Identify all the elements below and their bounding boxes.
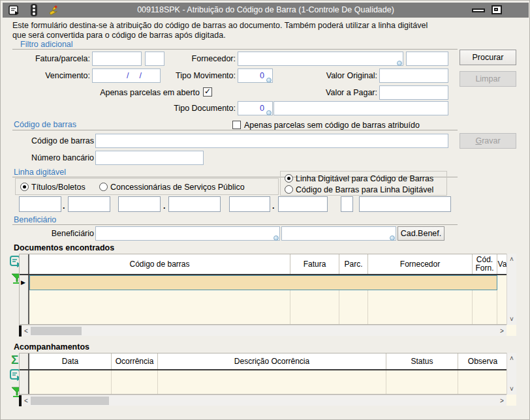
- col-codigo-de-barras[interactable]: Código de barras: [29, 254, 290, 274]
- table-row-selected[interactable]: ▶: [20, 275, 516, 290]
- scroll-right-icon[interactable]: ˃: [497, 396, 507, 406]
- scrollbar-thumb[interactable]: [31, 327, 82, 335]
- linha-para-codigo-radio[interactable]: [285, 174, 293, 183]
- col-descricao-ocorrencia[interactable]: Descrição Ocorrência: [158, 353, 386, 369]
- form-description-line2: que será convertida para o código de bar…: [12, 31, 226, 40]
- linha-segmento-2-input[interactable]: [68, 196, 110, 212]
- acompanhamentos-horizontal-scrollbar[interactable]: ˂ ˃: [19, 395, 507, 406]
- codigo-de-barras-input[interactable]: [95, 134, 448, 148]
- scroll-right-icon[interactable]: ˃: [497, 326, 507, 336]
- linha-segmento-final-input[interactable]: [359, 196, 451, 212]
- acompanhamentos-grid: Data Ocorrência Descrição Ocorrência Sta…: [19, 353, 516, 395]
- apenas-em-aberto-label: Apenas parcelas em aberto: [63, 85, 200, 100]
- segment-dot: .: [272, 199, 274, 213]
- divider-beneficiario: [12, 224, 458, 225]
- beneficiario-nome-input[interactable]: [95, 226, 280, 241]
- segment-dot: .: [163, 199, 165, 213]
- fatura-input[interactable]: [92, 52, 142, 66]
- linha-digito-verificador-input[interactable]: [341, 196, 353, 212]
- exit-icon[interactable]: [8, 4, 21, 16]
- col-cod-forn[interactable]: Cód. Forn.: [473, 254, 497, 274]
- codigo-para-linha-radio[interactable]: [285, 185, 293, 194]
- window-title: 009118SPK - Atribuição do Código de Barr…: [3, 3, 529, 18]
- tools-wrench-icon[interactable]: [46, 4, 59, 16]
- acompanhamentos-vertical-scrollbar[interactable]: ˄ ˅: [507, 353, 516, 395]
- current-row-marker: ▶: [20, 275, 29, 290]
- codigo-de-barras-label: Código de barras: [1, 134, 94, 148]
- table-row[interactable]: [20, 370, 516, 385]
- concessionarias-radio[interactable]: [99, 183, 108, 191]
- scroll-down-icon[interactable]: ˅: [507, 384, 516, 394]
- sum-sigma-icon[interactable]: Σ: [11, 353, 18, 366]
- section-filtro-adicional: Filtro adicional: [20, 40, 73, 49]
- numero-bancario-input[interactable]: [95, 151, 204, 165]
- beneficiario-documento-input[interactable]: [281, 226, 396, 241]
- linha-segmento-5-input[interactable]: [229, 196, 270, 212]
- limpar-button[interactable]: Limpar: [460, 71, 516, 87]
- scroll-down-icon[interactable]: ˅: [507, 314, 516, 324]
- col-status[interactable]: Status: [386, 353, 458, 369]
- lookup-indicator: [390, 235, 395, 241]
- lookup-indicator: [273, 235, 279, 241]
- fornecedor-codigo-input[interactable]: [406, 52, 448, 66]
- table-row[interactable]: [20, 385, 516, 395]
- valor-original-input[interactable]: [379, 68, 448, 83]
- tipo-documento-descricao-input[interactable]: [273, 101, 448, 115]
- col-ocorrencia[interactable]: Ocorrência: [112, 353, 158, 369]
- cell: [497, 275, 507, 290]
- valor-a-pagar-input[interactable]: [379, 85, 448, 100]
- scroll-up-icon[interactable]: ˄: [507, 353, 516, 363]
- lookup-indicator: [266, 110, 272, 115]
- procurar-button[interactable]: Procurar: [460, 50, 516, 65]
- col-fatura[interactable]: Fatura: [290, 254, 339, 274]
- linha-segmento-4-input[interactable]: [168, 196, 221, 212]
- linha-segmento-6-input[interactable]: [278, 196, 328, 212]
- gravar-button[interactable]: Gravar: [460, 133, 516, 149]
- documentos-horizontal-scrollbar[interactable]: ˂ ˃: [19, 325, 507, 336]
- form-description-line1: Este formulário destina-se à atribuição …: [12, 21, 428, 30]
- minimize-button[interactable]: [472, 8, 485, 12]
- table-row[interactable]: [20, 305, 516, 320]
- col-observacao-clipped[interactable]: Observa: [458, 353, 507, 369]
- row-selector-header: [20, 353, 29, 369]
- linha-para-codigo-label: Linha Digitável para Código de Barras: [296, 174, 433, 183]
- col-data[interactable]: Data: [29, 353, 112, 369]
- documentos-vertical-scrollbar[interactable]: ˄ ˅: [507, 254, 516, 325]
- cad-benef-button[interactable]: Cad.Benef.: [398, 226, 444, 241]
- fornecedor-input[interactable]: [238, 52, 403, 66]
- grid-corner: [507, 395, 516, 406]
- exit-icon-glyph: [8, 5, 20, 16]
- tipo-linha-groupbox: Títulos/Boletos Concessionárias de Servi…: [15, 178, 279, 195]
- scroll-left-icon[interactable]: ˂: [22, 396, 31, 406]
- vencimento-label: Vencimento:: [1, 68, 90, 83]
- acompanhamentos-title: Acompanhamentos: [14, 342, 89, 352]
- apenas-sem-codigo-checkbox[interactable]: [232, 121, 241, 129]
- row-selector-header: [20, 254, 29, 274]
- scrollbar-thumb[interactable]: [31, 397, 109, 405]
- navigator-icon[interactable]: [27, 4, 40, 16]
- selected-row-highlight: [29, 275, 497, 290]
- linha-segmento-3-input[interactable]: [118, 196, 161, 212]
- valor-original-label: Valor Original:: [281, 68, 377, 83]
- col-fornecedor[interactable]: Fornecedor: [368, 254, 473, 274]
- direcao-conversao-groupbox: Linha Digitável para Código de Barras Có…: [280, 171, 447, 196]
- codigo-para-linha-label: Código de Barras para Linha Digitável: [296, 185, 433, 194]
- acompanhamentos-header-row: Data Ocorrência Descrição Ocorrência Sta…: [20, 353, 516, 370]
- documentos-encontrados-title: Documentos encontrados: [14, 243, 114, 252]
- scroll-left-icon[interactable]: ˂: [22, 326, 31, 336]
- divider-filtro: [12, 49, 458, 50]
- scroll-up-icon[interactable]: ˄: [507, 254, 516, 264]
- beneficiario-label: Beneficiário: [1, 226, 94, 241]
- lookup-indicator: [266, 78, 272, 83]
- application-window: 009118SPK - Atribuição do Código de Barr…: [0, 0, 530, 420]
- col-parc[interactable]: Parc.: [339, 254, 368, 274]
- maximize-button[interactable]: [491, 5, 502, 14]
- apenas-em-aberto-checkbox[interactable]: ✓: [203, 87, 212, 97]
- linha-segmento-1-input[interactable]: [19, 196, 61, 212]
- col-valor-clipped[interactable]: Va: [497, 254, 507, 274]
- table-row[interactable]: [20, 320, 516, 325]
- titulos-boletos-radio[interactable]: [20, 183, 29, 191]
- navigator-icon-glyph: [30, 4, 38, 16]
- section-codigo-de-barras: Código de barras: [14, 120, 76, 129]
- table-row[interactable]: [20, 290, 516, 305]
